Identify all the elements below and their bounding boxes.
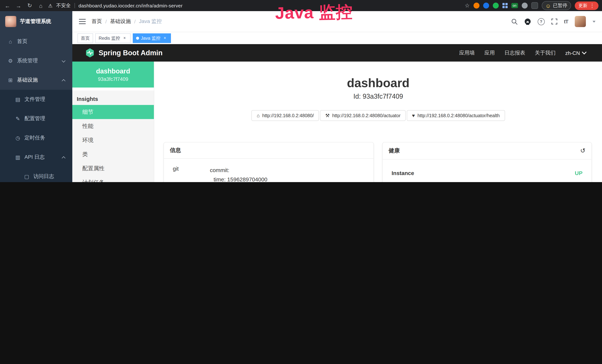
extension-orange-icon[interactable] (473, 3, 479, 9)
sba-logo-icon (85, 48, 95, 58)
sba-nav-applications[interactable]: 应用 (484, 50, 495, 56)
sba-group-label: Insights (72, 93, 154, 105)
gear-icon (7, 58, 13, 64)
history-icon[interactable] (580, 147, 586, 155)
back-icon[interactable]: ← (4, 2, 11, 9)
sba-instance-header[interactable]: dashboard 93a3fc7f7409 (72, 62, 154, 87)
tag-home[interactable]: 首页 (77, 33, 93, 43)
sidebar-item-infrastructure[interactable]: 基础设施 (0, 70, 72, 90)
git-commit-time: time: 1596289704000 (210, 175, 267, 182)
breadcrumb-home[interactable]: 首页 (92, 18, 102, 25)
log-icon (15, 154, 21, 160)
sidebar-item-home[interactable]: 首页 (0, 32, 72, 51)
sidebar-item-config-management[interactable]: 配置管理 (0, 109, 72, 128)
sba-nav-about[interactable]: 关于我们 (535, 50, 556, 56)
sba-item-environment[interactable]: 环境 (72, 133, 154, 147)
status-badge: UP (575, 170, 582, 176)
info-card: 信息 git commit: time: 1596289704000 id: 2… (163, 142, 374, 182)
sidebar-item-file-management[interactable]: 文件管理 (0, 90, 72, 109)
instance-id: 93a3fc7f7409 (72, 76, 154, 82)
sba-nav: 应用墙 应用 日志报表 关于我们 zh-CN (459, 50, 586, 56)
extension-grid-icon[interactable] (502, 3, 507, 8)
extension-drop-icon[interactable] (483, 3, 489, 9)
browser-profile-chip[interactable]: ☺ 已暂停 (542, 1, 571, 10)
active-dot (136, 37, 139, 40)
app-menu: 首页 系统管理 基础设施 文件管理 (0, 32, 72, 182)
sba-brand[interactable]: Spring Boot Admin (85, 48, 163, 58)
github-icon[interactable] (524, 18, 531, 25)
sba-nav-wallboard[interactable]: 应用墙 (459, 50, 475, 56)
reload-icon[interactable]: ↻ (26, 2, 33, 9)
health-instance-row: Instance UP (392, 169, 582, 182)
breadcrumb-separator: / (134, 19, 136, 24)
font-size-icon[interactable] (564, 19, 568, 24)
info-git-row: git commit: time: 1596289704000 id: 27aa… (173, 166, 365, 182)
sba-locale-select[interactable]: zh-CN (565, 50, 586, 56)
app-sidebar: 芋道管理系统 首页 系统管理 基础设施 (0, 11, 72, 182)
sba-item-classes[interactable]: 类 (72, 147, 154, 161)
breadcrumb-infrastructure[interactable]: 基础设施 (110, 18, 131, 25)
search-icon[interactable] (511, 18, 518, 25)
sidebar-item-label: 定时任务 (24, 135, 45, 141)
service-url-label: http://192.168.0.2:48080/ (262, 113, 314, 118)
sba-locale-label: zh-CN (565, 50, 580, 56)
divider (74, 3, 75, 8)
sidebar-item-label: 基础设施 (17, 77, 38, 84)
sidebar-item-system-management[interactable]: 系统管理 (0, 51, 72, 70)
sba-item-config-props[interactable]: 配置属性 (72, 161, 154, 175)
actuator-url-button[interactable]: http://192.168.0.2:48080/actuator (320, 110, 406, 121)
sidebar-item-label: API 日志 (24, 154, 45, 161)
app-logo-image (5, 16, 16, 27)
sba-item-scheduled-tasks[interactable]: 计划任务 (72, 175, 154, 182)
tag-java-monitor[interactable]: Java 监控 × (133, 33, 171, 43)
update-label: 更新 (579, 2, 587, 9)
health-icon (412, 113, 415, 118)
page-subtitle: Id: 93a3fc7f7409 (154, 93, 602, 101)
avatar-caret-icon[interactable] (592, 21, 595, 22)
sidebar-item-label: 配置管理 (24, 115, 45, 122)
page-title: dashboard (154, 76, 602, 90)
sba-content: dashboard Id: 93a3fc7f7409 http://192.16… (154, 62, 602, 182)
chevron-up-icon (62, 156, 65, 160)
app-logo[interactable]: 芋道管理系统 (0, 11, 72, 32)
sidebar-item-api-logs[interactable]: API 日志 (0, 148, 72, 167)
sidebar-item-label: 系统管理 (17, 57, 38, 64)
annotation-java-monitor: Java 监控 (275, 1, 353, 24)
sidebar-item-scheduled-jobs[interactable]: 定时任务 (0, 128, 72, 148)
sba-insights-group: Insights 细节 性能 环境 类 配置属性 计划任务 (72, 90, 154, 182)
profile-avatar-icon: ☺ (545, 3, 551, 8)
url-bar[interactable]: dashboard.yudao.iocoder.cn/infra/admin-s… (78, 3, 183, 8)
profile-status-label: 已暂停 (553, 2, 567, 9)
instance-name: dashboard (72, 67, 154, 75)
home-icon (257, 113, 260, 118)
home-icon[interactable]: ⌂ (37, 2, 44, 9)
close-icon[interactable]: × (122, 36, 127, 41)
user-avatar[interactable] (575, 16, 586, 27)
tag-label: Redis 监控 (99, 35, 120, 41)
file-icon (15, 96, 21, 102)
health-url-button[interactable]: http://192.168.0.2:48080/actuator/health (407, 110, 505, 121)
wrench-icon (325, 113, 330, 118)
bookmark-star-icon[interactable]: ☆ (465, 2, 470, 9)
sba-item-details[interactable]: 细节 (72, 105, 154, 119)
hamburger-icon[interactable] (79, 19, 86, 24)
tag-redis-monitor[interactable]: Redis 监控 × (95, 33, 130, 43)
chevron-down-icon (62, 59, 65, 63)
sidebar-item-access-logs[interactable]: 访问日志 (0, 167, 72, 182)
service-url-button[interactable]: http://192.168.0.2:48080/ (252, 110, 319, 121)
sba-item-performance[interactable]: 性能 (72, 119, 154, 133)
forward-icon[interactable]: → (15, 2, 22, 9)
extension-green-icon[interactable] (493, 3, 499, 9)
close-icon[interactable]: × (162, 36, 167, 41)
health-url-label: http://192.168.0.2:48080/actuator/health (418, 113, 500, 118)
help-icon[interactable]: ? (538, 18, 545, 25)
security-label[interactable]: 不安全 (56, 2, 71, 9)
fullscreen-icon[interactable] (551, 19, 557, 24)
sba-nav-journal[interactable]: 日志报表 (505, 50, 525, 56)
chrome-update-button[interactable]: 更新 ⋮ (575, 1, 599, 10)
info-key: git (173, 166, 210, 182)
health-card: 健康 Instance UP (382, 142, 592, 182)
extension-leaf-icon[interactable] (522, 3, 527, 9)
extension-on-badge[interactable]: on (511, 3, 518, 8)
extensions-puzzle-icon[interactable] (531, 2, 538, 9)
